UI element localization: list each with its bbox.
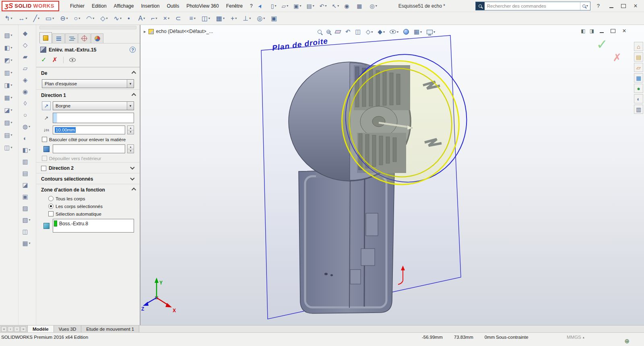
arc-icon[interactable]: ◠▾ [84,13,97,24]
tab-featuremanager[interactable] [52,33,65,43]
task-pane-home-icon[interactable]: ⌂ [634,42,643,51]
circle-icon[interactable]: ○▾ [72,13,84,24]
dimxpert-flyout-icon[interactable]: ▨▾ [0,116,18,129]
menu-aide[interactable]: ? [246,1,256,11]
draft-icon[interactable]: ▥ [19,156,35,167]
menu-insertion[interactable]: Insertion [137,1,163,11]
helix-icon[interactable]: ▦▾ [19,237,35,249]
weldments-flyout-icon[interactable]: ◨▾ [0,79,18,91]
ok-button[interactable] [41,56,46,64]
doc-close-button[interactable] [621,28,628,34]
dome-icon[interactable]: ▨ [19,202,35,214]
tab-configurationmanager[interactable] [65,33,78,43]
straight-slot-icon[interactable]: ⊖▾ [58,13,71,24]
chamfer-icon[interactable]: ◐ [19,132,35,144]
swept-cut-icon[interactable]: ○ [19,109,35,121]
options-icon[interactable]: ◎▾ [368,2,380,10]
group-direction2[interactable]: Direction 2 [36,162,140,173]
print-icon[interactable]: ▤▾ [305,2,317,10]
search-input[interactable] [485,2,580,10]
end-condition-combo[interactable]: Borgne [53,101,134,110]
close-button[interactable] [630,2,641,10]
convert-entities-icon[interactable]: ⊂ [173,13,186,24]
linear-pattern-icon[interactable]: ◧▾ [19,144,35,156]
file-explorer-icon[interactable]: ▱ [634,63,643,72]
view-settings-icon[interactable]: ▾ [427,30,435,34]
group-direction1[interactable]: Direction 1 [36,89,140,100]
exit-sketch-icon[interactable]: ↰▾ [2,13,15,24]
new-document-icon[interactable]: ▯▾ [269,2,279,10]
help-icon[interactable]: ? [130,47,136,53]
revolved-cut-icon[interactable]: ◊ [19,97,35,109]
zoom-fit-icon[interactable] [318,30,322,34]
confirmation-corner-cancel-icon[interactable] [613,51,621,64]
tab-displaymanager[interactable] [91,33,103,43]
apply-scene-icon[interactable]: ▦▾ [414,28,422,35]
offset-entities-icon[interactable]: ≡▾ [187,13,198,24]
tab-dimxpertmanager[interactable] [78,33,91,43]
linear-sketch-pattern-icon[interactable]: ▦▾ [214,13,228,24]
scope-body-item[interactable]: Boss.-Extru.8 [54,220,133,227]
curves-flyout-icon[interactable]: ▤▾ [0,129,18,141]
sketch-flyout-icon[interactable]: ▧▾ [0,29,18,41]
spline-icon[interactable]: ∿▾ [112,13,125,24]
help-button[interactable]: ? [594,3,602,9]
reverse-direction-button[interactable]: ↗ [42,101,51,110]
view-palette-icon[interactable]: ▦ [634,73,643,82]
maximize-button[interactable] [618,2,629,10]
sketch-fillet-icon[interactable]: ⌐▾ [149,13,160,24]
tab-propertymanager[interactable] [39,32,52,43]
direction-reference-field[interactable] [53,113,134,123]
motion-last-button[interactable]: » [21,326,26,332]
rib-icon[interactable]: ◪ [19,179,35,191]
selected-bodies-radio[interactable] [48,204,54,209]
evaluate-flyout-icon[interactable]: ◪▾ [0,104,18,116]
hide-show-items-icon[interactable]: ▾ [390,30,398,34]
tab-etude-de-mouvement[interactable]: Etude de mouvement 1 [81,325,139,332]
depth-spinner[interactable]: ▲▼ [127,126,134,134]
tab-vues-3d[interactable]: Vues 3D [54,325,82,332]
line-icon[interactable]: ╱▾ [31,13,43,24]
open-document-icon[interactable]: ▱▾ [280,2,291,10]
menu-fenetre[interactable]: Fenêtre [223,1,246,11]
point-icon[interactable]: • [126,13,136,24]
file-properties-icon[interactable]: ▦ [355,2,367,10]
draft-angle-input[interactable] [53,144,125,153]
search-button[interactable]: ▾ [580,2,590,10]
minimize-button[interactable] [606,2,617,10]
extruded-boss-icon[interactable]: ◆ [19,27,35,39]
motion-prev-button[interactable]: ‹ [8,326,13,332]
property-manager-scrollbar[interactable] [39,26,136,29]
deselect-icon[interactable] [335,30,341,33]
auto-select-checkbox[interactable] [48,211,54,216]
surfaces-flyout-icon[interactable]: ◩▾ [0,54,18,66]
tab-modele[interactable]: Modèle [28,325,54,332]
design-library-icon[interactable]: ▤ [634,52,643,62]
draft-spinner[interactable]: ▲▼ [127,144,134,153]
previous-view-icon[interactable]: ↶ [345,28,351,35]
group-selected-contours[interactable]: Contours sélectionnés [36,173,140,184]
zoom-area-icon[interactable] [326,30,330,34]
menu-photoview-360[interactable]: PhotoView 360 [183,1,223,11]
menu-affichage[interactable]: Affichage [110,1,138,11]
wrap-icon[interactable]: ▣ [19,191,35,202]
group-feature-scope[interactable]: Zone d'action de la fonction [36,184,140,195]
view-orientation-icon[interactable]: ◇▾ [366,28,373,35]
breadcrumb[interactable]: echo (Défaut<<Défaut>_... [144,29,213,34]
section-view-icon[interactable]: ◫ [355,28,361,35]
hole-wizard-icon[interactable]: ◉ [19,86,35,97]
display-relations-icon[interactable]: ⊥▾ [241,13,254,24]
mold-tools-flyout-icon[interactable]: ▦▾ [0,91,18,104]
cancel-button[interactable] [52,56,57,64]
lofted-boss-icon[interactable]: ▱ [19,62,35,74]
motion-next-button[interactable]: › [14,326,20,332]
doc-restore-button[interactable] [609,28,617,34]
shell-icon[interactable]: ▤ [19,167,35,179]
save-icon[interactable]: ▣▾ [292,2,304,10]
undo-icon[interactable]: ↶▾ [318,2,330,10]
quick-tips-globe-icon[interactable] [624,338,630,345]
graphics-area[interactable]: Plan de droite [140,25,644,325]
reference-geometry-flyout-icon[interactable]: ◫▾ [0,141,18,154]
flip-side-checkbox[interactable] [42,137,47,142]
motion-first-button[interactable]: « [1,326,7,332]
